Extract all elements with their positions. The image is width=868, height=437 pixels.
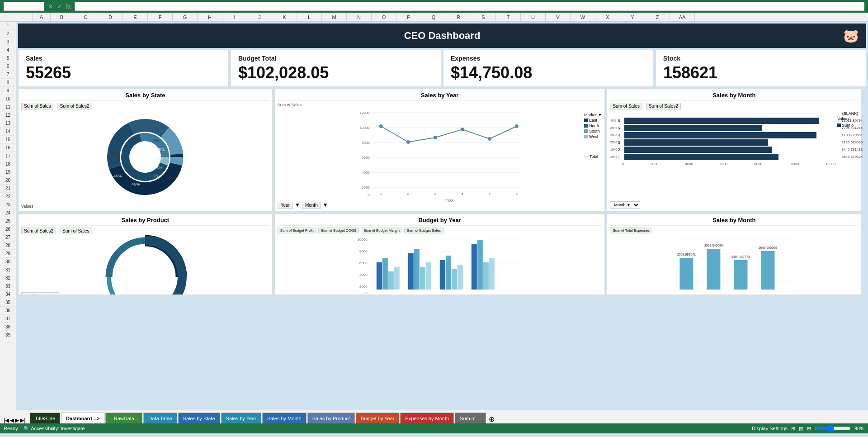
col-I[interactable]: I [222,13,247,21]
chart1-legend1: Sum of Sales [21,103,53,109]
svg-text:2908.546686: 2908.546686 [704,244,723,247]
page-layout-icon[interactable]: ▤ [799,426,803,432]
col-J[interactable]: J [247,13,272,21]
col-Z[interactable]: Z [645,13,670,21]
col-O[interactable]: O [372,13,396,21]
row-33: 33 [0,282,16,290]
svg-text:2000: 2000 [359,285,368,289]
col-V[interactable]: V [546,13,571,21]
col-M[interactable]: M [322,13,347,21]
col-U[interactable]: U [521,13,546,21]
product-type-select[interactable]: Product Type [21,292,59,295]
row-4: 4 [0,46,16,54]
col-A[interactable]: A [33,13,51,21]
col-F[interactable]: F [148,13,173,21]
col-T[interactable]: T [496,13,521,21]
bar-row-4: 30% 4 11038.79601 [610,132,835,138]
col-L[interactable]: L [297,13,322,21]
col-Q[interactable]: Q [421,13,446,21]
zoom-level: 90% [854,426,864,431]
col-S[interactable]: S [471,13,496,21]
display-settings[interactable]: Display Settings [752,426,788,431]
tab-datatable[interactable]: Data Table [143,413,177,423]
cancel-icon[interactable]: ✕ [48,3,53,10]
kpi-expenses-label: Expenses [451,55,646,62]
east-color [584,119,588,122]
sheet-last-arrow[interactable]: ▶| [20,417,25,423]
sheet-next-arrow[interactable]: ▶ [15,417,19,423]
col-AA[interactable]: AA [670,13,695,21]
month-select[interactable]: Month ▼ [610,201,640,209]
formula-bar[interactable] [75,2,864,11]
bar-fill-3 [624,139,768,146]
zoom-slider[interactable] [815,425,851,432]
tab-budget-by-year[interactable]: Budget by Year [356,413,400,423]
kpi-budget: Budget Total $102,028.05 [231,50,441,87]
sheet-first-arrow[interactable]: |◀ [4,417,9,423]
add-sheet-button[interactable]: ⊕ [489,415,495,423]
chart2-market-filter[interactable]: Market ▼ [584,113,602,117]
col-P[interactable]: P [396,13,421,21]
function-icon[interactable]: fx [66,3,71,10]
col-G[interactable]: G [173,13,198,21]
row-5: 5 [0,54,16,62]
row-32: 32 [0,274,16,282]
bar-fill-1 [624,154,778,160]
svg-rect-83 [761,251,775,290]
year-filter-btn[interactable]: Year [278,202,293,209]
svg-point-32 [406,140,410,144]
chart1-legend: Sum of Sales Sum of Sales2 [21,103,269,109]
svg-text:6000: 6000 [359,261,368,265]
tab-sales-by-state[interactable]: Sales by State [178,413,220,423]
tab-sales-by-month[interactable]: Sales by Month [262,413,307,423]
tab-sales-by-year[interactable]: Sales by Year [221,413,261,423]
col-X[interactable]: X [595,13,620,21]
tab-sum-of[interactable]: Sum of ... [455,413,486,423]
col-B[interactable]: B [51,13,73,21]
col-Y[interactable]: Y [620,13,645,21]
col-E[interactable]: E [123,13,148,21]
svg-point-8 [133,145,157,169]
row-11: 11 [0,103,16,111]
sheet-prev-arrow[interactable]: ◀ [10,417,14,423]
svg-text:5: 5 [488,192,491,196]
tab-dashboard[interactable]: Dashboard --> [61,413,104,423]
page-break-icon[interactable]: ⊟ [807,426,811,432]
kpi-expenses-value: $14,750.08 [451,64,646,82]
grid-icon[interactable]: ⊞ [791,426,795,432]
accessibility-status: 🔍 Accessibility: Investigate [24,426,85,432]
svg-rect-79 [707,249,721,290]
row-29: 29 [0,250,16,258]
chart3-legend2: Sum of Sales2 [646,103,681,109]
tab-expenses-by-month[interactable]: Expenses by Month [400,413,454,423]
confirm-icon[interactable]: ✓ [57,3,62,10]
chart2-legend-box: Market ▼ East North [584,113,602,159]
svg-rect-58 [388,271,394,290]
row-23: 23 [0,201,16,209]
svg-text:0: 0 [365,291,368,295]
tab-sales-by-product[interactable]: Sales by Product [307,413,355,423]
col-header-row [16,13,33,21]
month-filter-btn[interactable]: Month [302,202,321,209]
svg-text:18%: 18% [156,147,165,152]
col-C[interactable]: C [73,13,98,21]
chart3-blank: (BLANK) [610,111,858,116]
tab-rawdata[interactable]: --RawData-- [105,413,142,423]
col-D[interactable]: D [98,13,123,21]
svg-text:6000: 6000 [362,156,370,160]
row-19: 19 [0,168,16,176]
col-W[interactable]: W [571,13,595,21]
col-H[interactable]: H [198,13,222,21]
column-headers: A B C D E F G H I J K L M N O P Q R S T … [0,13,868,22]
svg-text:4000: 4000 [359,273,368,277]
col-K[interactable]: K [272,13,297,21]
svg-text:0: 0 [368,193,370,197]
svg-point-31 [379,124,383,128]
tab-titleslide[interactable]: TitleSlide [30,413,60,423]
svg-point-35 [488,137,491,141]
col-R[interactable]: R [446,13,471,21]
name-box[interactable]: AD15 [4,2,44,11]
sheet-nav-arrows[interactable]: |◀ ◀ ▶ ▶| [4,417,25,423]
col-N[interactable]: N [347,13,372,21]
chart4-legend1: Sum of Sales2 [21,228,56,234]
